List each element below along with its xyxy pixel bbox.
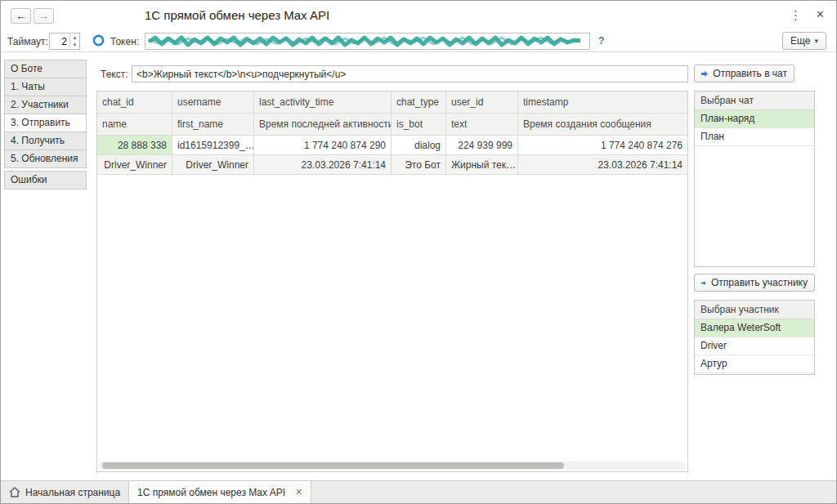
column-header[interactable]: chat_type — [392, 91, 446, 114]
table-cell[interactable]: dialog — [392, 136, 446, 155]
table-cell[interactable]: 1 774 240 874 276 — [518, 136, 687, 155]
timeout-stepper[interactable]: ▲ ▼ — [49, 33, 80, 50]
sidebar-item-updates[interactable]: 5. Обновления — [4, 149, 87, 168]
send-to-chat-button[interactable]: Отправить в чат — [694, 65, 794, 83]
send-arrow-icon — [701, 279, 706, 288]
sidebar-item-errors[interactable]: Ошибки — [4, 171, 87, 190]
token-input[interactable] — [145, 33, 590, 50]
table-cell[interactable]: 28 888 338 — [97, 136, 172, 155]
page-title: 1С прямой обмен через Max API — [145, 8, 329, 22]
table-cell[interactable]: Driver_Winner — [172, 155, 254, 175]
spin-down-icon[interactable]: ▼ — [70, 42, 79, 50]
column-header[interactable]: is_bot — [392, 114, 446, 136]
table-cell[interactable]: Driver_Winner — [97, 155, 172, 175]
active-document-tab[interactable]: 1С прямой обмен через Max API ✕ — [129, 481, 311, 503]
table-cell[interactable]: id1615912399_… — [172, 136, 254, 155]
text-label: Текст: — [101, 69, 128, 80]
chat-list-item[interactable]: План — [695, 128, 814, 146]
sidebar-item-send[interactable]: 3. Отправить — [4, 114, 87, 132]
close-icon: ✕ — [816, 8, 825, 20]
column-header[interactable]: last_activity_time — [254, 91, 392, 114]
horizontal-scrollbar-thumb[interactable] — [102, 462, 564, 469]
sidebar: О Боте 1. Чаты 2. Участники 3. Отправить… — [4, 60, 87, 190]
table-cell[interactable]: 224 939 999 — [446, 136, 518, 155]
chat-list-header: Выбран чат — [695, 91, 814, 110]
column-header[interactable]: Время создания сообщения — [518, 114, 687, 136]
home-tab[interactable]: Начальная страница — [1, 481, 129, 503]
more-button-label: Еще — [790, 35, 810, 47]
max-messenger-icon — [92, 34, 105, 47]
chat-list: Выбран чат План-наряд План — [694, 91, 815, 267]
token-redacted-scribble — [145, 33, 587, 49]
chat-list-item[interactable]: План-наряд — [695, 110, 814, 128]
member-list-item[interactable]: Валера WeterSoft — [695, 319, 814, 337]
sidebar-item-chats[interactable]: 1. Чаты — [4, 78, 87, 96]
column-header[interactable]: first_name — [172, 114, 254, 136]
more-button[interactable]: Еще ▾ — [782, 32, 826, 50]
spin-up-icon[interactable]: ▲ — [70, 33, 79, 42]
table-cell[interactable]: 23.03.2026 7:41:14 — [518, 155, 687, 175]
app-window: ← → 1С прямой обмен через Max API ⋮ ✕ Та… — [0, 0, 837, 504]
token-label: Токен: — [110, 36, 139, 47]
timeout-spin-buttons: ▲ ▼ — [69, 33, 79, 49]
forward-button[interactable]: → — [34, 8, 54, 24]
send-to-member-label: Отправить участнику — [711, 277, 808, 288]
timeout-input[interactable] — [50, 33, 69, 49]
forward-arrow-icon: → — [38, 10, 49, 22]
timeout-label: Таймаут: — [7, 36, 48, 47]
table-cell[interactable]: 23.03.2026 7:41:14 — [254, 155, 392, 175]
sidebar-item-members[interactable]: 2. Участники — [4, 96, 87, 114]
taskbar: Начальная страница 1С прямой обмен через… — [1, 480, 836, 503]
column-header[interactable]: chat_id — [97, 91, 172, 114]
column-header[interactable]: timestamp — [518, 91, 687, 114]
table-cell[interactable]: 1 774 240 874 290 — [254, 136, 392, 155]
home-tab-label: Начальная страница — [25, 487, 120, 498]
kebab-icon: ⋮ — [790, 8, 802, 22]
back-arrow-icon: ← — [16, 10, 26, 22]
help-link[interactable]: ? — [598, 35, 604, 47]
column-header[interactable]: Время последней активности — [254, 114, 392, 136]
results-table: chat_id username last_activity_time chat… — [96, 91, 688, 472]
tab-close-icon[interactable]: ✕ — [295, 487, 302, 497]
home-icon — [9, 487, 20, 497]
table-cell[interactable]: Жирный тек… — [446, 155, 518, 175]
send-arrow-icon — [701, 69, 708, 78]
chevron-down-icon: ▾ — [814, 37, 818, 45]
member-list: Выбран участник Валера WeterSoft Driver … — [694, 300, 815, 375]
message-text-input[interactable] — [132, 65, 688, 83]
column-header[interactable]: text — [446, 114, 518, 136]
toolbar-divider — [1, 51, 836, 52]
active-tab-label: 1С прямой обмен через Max API — [137, 487, 285, 498]
horizontal-scrollbar[interactable] — [99, 462, 686, 470]
window-menu-button[interactable]: ⋮ — [790, 8, 802, 23]
table-cell[interactable]: Это Бот — [392, 155, 446, 175]
column-header[interactable]: username — [172, 91, 254, 114]
sidebar-item-receive[interactable]: 4. Получить — [4, 132, 87, 150]
back-button[interactable]: ← — [11, 8, 31, 24]
window-close-button[interactable]: ✕ — [816, 8, 825, 20]
send-to-member-button[interactable]: Отправить участнику — [694, 274, 815, 292]
member-list-header: Выбран участник — [695, 301, 814, 319]
sidebar-item-about-bot[interactable]: О Боте — [4, 60, 87, 78]
send-to-chat-label: Отправить в чат — [713, 68, 787, 79]
member-list-item[interactable]: Driver — [695, 337, 814, 355]
member-list-item[interactable]: Артур — [695, 355, 814, 373]
column-header[interactable]: name — [97, 114, 172, 136]
column-header[interactable]: user_id — [446, 91, 518, 114]
